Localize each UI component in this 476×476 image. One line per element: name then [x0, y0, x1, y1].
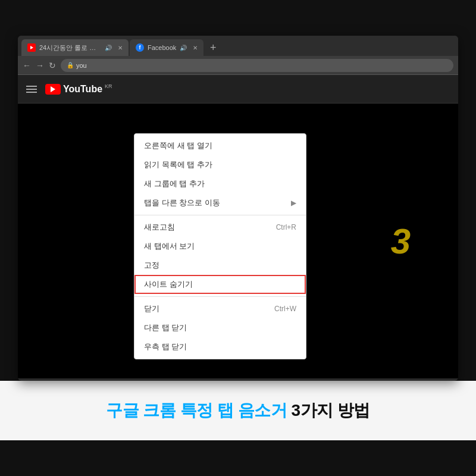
- hamburger-line1: [26, 86, 37, 87]
- tab-youtube[interactable]: 24시간동안 롤로 살기 VS 롤... 🔊 ✕: [21, 39, 129, 56]
- menu-pin[interactable]: 고정: [134, 256, 306, 275]
- back-button[interactable]: ←: [23, 61, 31, 70]
- menu-pin-label: 고정: [144, 260, 159, 271]
- menu-close-right-label: 우측 탭 닫기: [144, 342, 187, 352]
- menu-add-group[interactable]: 새 그룹에 탭 추가: [134, 174, 306, 193]
- menu-close[interactable]: 닫기 Ctrl+W: [134, 299, 306, 318]
- address-bar-row: ← → ↻ 🔒 you: [18, 56, 458, 75]
- tab-facebook[interactable]: f Facebook 🔊 ✕: [130, 39, 203, 56]
- menu-view-tab[interactable]: 새 탭에서 보기: [134, 237, 306, 256]
- tab-facebook-sound-icon: 🔊: [180, 45, 187, 51]
- new-tab-button[interactable]: +: [205, 39, 221, 56]
- menu-add-group-label: 새 그룹에 탭 추가: [144, 178, 205, 189]
- menu-move-arrow: ▶: [291, 199, 296, 207]
- menu-close-shortcut: Ctrl+W: [274, 305, 296, 313]
- context-menu: 오른쪽에 새 탭 열기 읽기 목록에 탭 추가 새 그룹에 탭 추가 탭을 다른…: [134, 133, 306, 359]
- menu-view-tab-label: 새 탭에서 보기: [144, 241, 195, 252]
- tab-bar: 24시간동안 롤로 살기 VS 롤... 🔊 ✕ f Facebook 🔊 ✕ …: [18, 36, 458, 56]
- menu-close-label: 닫기: [144, 303, 159, 314]
- video-content: 3 오른쪽에 새 탭 열기 읽기 목록에 탭 추가 새 그룹에 탭 추가 탭을 …: [18, 104, 458, 378]
- menu-open-new-tab-label: 오른쪽에 새 탭 열기: [144, 140, 212, 151]
- browser-content: YouTube KR 3 오른쪽에 새 탭 열기 읽기 목록에 탭 추가 새 그…: [18, 75, 458, 378]
- youtube-logo[interactable]: YouTube KR: [45, 84, 112, 95]
- menu-divider-2: [134, 296, 306, 297]
- title-text: 구글 크롬 특정 탭 음소거 3가지 방법: [106, 400, 370, 421]
- address-bar[interactable]: 🔒 you: [61, 59, 453, 72]
- menu-move-window[interactable]: 탭을 다른 창으로 이동 ▶: [134, 193, 306, 212]
- menu-reload[interactable]: 새로고침 Ctrl+R: [134, 218, 306, 237]
- url-text: you: [76, 62, 87, 69]
- tab-sound-icon: 🔊: [105, 45, 112, 51]
- bottom-title-bar: 구글 크롬 특정 탭 음소거 3가지 방법: [0, 381, 476, 440]
- outer-container: 24시간동안 롤로 살기 VS 롤... 🔊 ✕ f Facebook 🔊 ✕ …: [0, 0, 476, 476]
- hamburger-menu[interactable]: [26, 86, 37, 93]
- reload-button[interactable]: ↻: [49, 61, 56, 70]
- menu-reload-shortcut: Ctrl+R: [276, 223, 296, 231]
- menu-close-other[interactable]: 다른 탭 닫기: [134, 318, 306, 337]
- menu-add-reading[interactable]: 읽기 목록에 탭 추가: [134, 155, 306, 174]
- lock-icon: 🔒: [67, 62, 74, 68]
- tab-facebook-close-icon[interactable]: ✕: [193, 45, 198, 51]
- menu-open-new-tab[interactable]: 오른쪽에 새 탭 열기: [134, 136, 306, 155]
- title-blue-part: 구글 크롬 특정 탭 음소거: [106, 401, 291, 419]
- menu-close-right[interactable]: 우측 탭 닫기: [134, 337, 306, 356]
- hamburger-line2: [26, 89, 37, 90]
- menu-move-window-label: 탭을 다른 창으로 이동: [144, 198, 220, 208]
- video-overlay-text: 3: [391, 221, 411, 262]
- hamburger-line3: [26, 92, 37, 93]
- menu-hide-site-label: 사이트 숨기기: [144, 279, 193, 290]
- tab-youtube-label: 24시간동안 롤로 살기 VS 롤...: [39, 43, 101, 52]
- youtube-favicon: [27, 43, 36, 52]
- browser-window: 24시간동안 롤로 살기 VS 롤... 🔊 ✕ f Facebook 🔊 ✕ …: [18, 36, 458, 381]
- title-black-part: 3가지 방법: [292, 401, 370, 419]
- tab-facebook-label: Facebook: [148, 44, 176, 51]
- youtube-logo-icon: [45, 84, 61, 95]
- menu-hide-site[interactable]: 사이트 숨기기: [134, 275, 306, 294]
- menu-divider-1: [134, 215, 306, 215]
- youtube-header: YouTube KR: [18, 75, 458, 104]
- youtube-logo-text: YouTube: [63, 84, 102, 95]
- menu-close-other-label: 다른 탭 닫기: [144, 322, 187, 333]
- facebook-favicon: f: [136, 43, 144, 52]
- tab-close-icon[interactable]: ✕: [118, 45, 123, 51]
- menu-add-reading-label: 읽기 목록에 탭 추가: [144, 159, 212, 170]
- forward-button[interactable]: →: [36, 61, 44, 70]
- youtube-kr-badge: KR: [105, 83, 112, 89]
- menu-reload-label: 새로고침: [144, 222, 175, 233]
